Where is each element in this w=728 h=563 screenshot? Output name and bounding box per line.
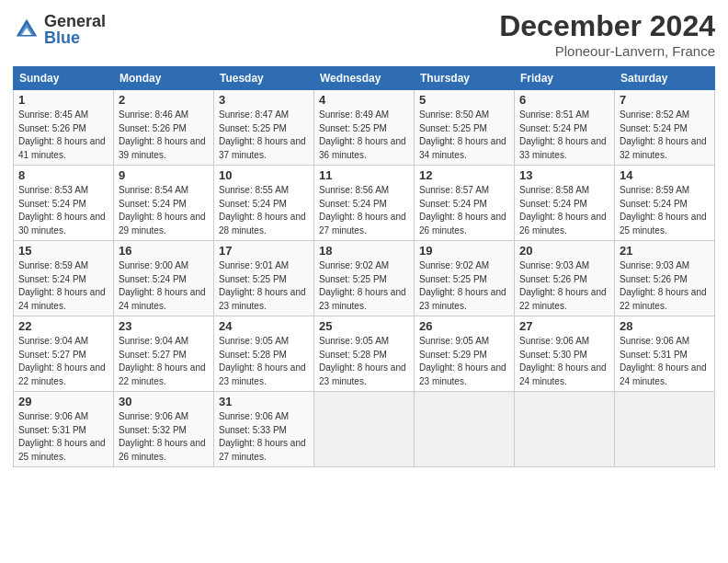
logo-blue-text: Blue [44,29,106,46]
day-number: 6 [519,93,609,107]
table-row: 24 Sunrise: 9:05 AMSunset: 5:28 PMDaylig… [214,316,314,392]
table-row [415,392,515,467]
day-number: 7 [620,93,710,107]
day-detail: Sunrise: 8:45 AMSunset: 5:26 PMDaylight:… [18,109,106,160]
day-detail: Sunrise: 8:50 AMSunset: 5:25 PMDaylight:… [419,109,506,160]
day-number: 23 [119,319,209,333]
table-row: 1 Sunrise: 8:45 AMSunset: 5:26 PMDayligh… [14,90,114,166]
day-detail: Sunrise: 9:02 AMSunset: 5:25 PMDaylight:… [319,260,406,311]
table-row: 28 Sunrise: 9:06 AMSunset: 5:31 PMDaylig… [615,316,715,392]
table-row: 4 Sunrise: 8:49 AMSunset: 5:25 PMDayligh… [314,90,415,166]
day-number: 27 [519,319,609,333]
table-row: 10 Sunrise: 8:55 AMSunset: 5:24 PMDaylig… [214,166,314,241]
calendar-week-row: 22 Sunrise: 9:04 AMSunset: 5:27 PMDaylig… [14,316,715,392]
day-number: 1 [18,93,108,107]
day-number: 4 [319,93,409,107]
day-number: 10 [219,168,309,182]
day-number: 30 [119,395,209,408]
table-row [615,392,715,467]
day-number: 12 [419,168,509,182]
page-container: General Blue December 2024 Ploneour-Lanv… [0,0,728,563]
day-detail: Sunrise: 8:58 AMSunset: 5:24 PMDaylight:… [519,185,607,236]
day-detail: Sunrise: 9:02 AMSunset: 5:25 PMDaylight:… [419,260,506,311]
location: Ploneour-Lanvern, France [499,43,715,59]
day-detail: Sunrise: 8:55 AMSunset: 5:24 PMDaylight:… [219,185,306,236]
table-row [314,392,415,467]
day-detail: Sunrise: 9:05 AMSunset: 5:28 PMDaylight:… [319,336,406,386]
day-number: 24 [219,319,309,333]
table-row: 27 Sunrise: 9:06 AMSunset: 5:30 PMDaylig… [515,316,615,392]
table-row: 12 Sunrise: 8:57 AMSunset: 5:24 PMDaylig… [415,166,515,241]
calendar-week-row: 8 Sunrise: 8:53 AMSunset: 5:24 PMDayligh… [14,166,715,241]
table-row: 7 Sunrise: 8:52 AMSunset: 5:24 PMDayligh… [615,90,715,166]
table-row: 14 Sunrise: 8:59 AMSunset: 5:24 PMDaylig… [615,166,715,241]
day-detail: Sunrise: 9:05 AMSunset: 5:28 PMDaylight:… [219,336,306,386]
table-row: 20 Sunrise: 9:03 AMSunset: 5:26 PMDaylig… [515,241,615,316]
logo: General Blue [13,13,106,46]
table-row: 13 Sunrise: 8:58 AMSunset: 5:24 PMDaylig… [515,166,615,241]
table-row: 31 Sunrise: 9:06 AMSunset: 5:33 PMDaylig… [214,392,314,467]
day-detail: Sunrise: 8:54 AMSunset: 5:24 PMDaylight:… [119,185,206,236]
day-number: 20 [519,244,609,258]
col-wednesday: Wednesday [314,67,415,90]
table-row: 29 Sunrise: 9:06 AMSunset: 5:31 PMDaylig… [14,392,114,467]
table-row: 5 Sunrise: 8:50 AMSunset: 5:25 PMDayligh… [415,90,515,166]
day-detail: Sunrise: 9:04 AMSunset: 5:27 PMDaylight:… [18,336,106,386]
table-row: 19 Sunrise: 9:02 AMSunset: 5:25 PMDaylig… [415,241,515,316]
day-detail: Sunrise: 9:03 AMSunset: 5:26 PMDaylight:… [519,260,607,311]
col-saturday: Saturday [615,67,715,90]
table-row: 8 Sunrise: 8:53 AMSunset: 5:24 PMDayligh… [14,166,114,241]
day-detail: Sunrise: 8:47 AMSunset: 5:25 PMDaylight:… [219,109,306,160]
table-row: 15 Sunrise: 8:59 AMSunset: 5:24 PMDaylig… [14,241,114,316]
day-detail: Sunrise: 8:46 AMSunset: 5:26 PMDaylight:… [119,109,206,160]
table-row: 22 Sunrise: 9:04 AMSunset: 5:27 PMDaylig… [14,316,114,392]
table-row: 11 Sunrise: 8:56 AMSunset: 5:24 PMDaylig… [314,166,415,241]
day-detail: Sunrise: 8:56 AMSunset: 5:24 PMDaylight:… [319,185,406,236]
month-title: December 2024 [499,9,715,43]
table-row: 26 Sunrise: 9:05 AMSunset: 5:29 PMDaylig… [415,316,515,392]
table-row: 23 Sunrise: 9:04 AMSunset: 5:27 PMDaylig… [114,316,214,392]
day-number: 19 [419,244,509,258]
table-row: 9 Sunrise: 8:54 AMSunset: 5:24 PMDayligh… [114,166,214,241]
calendar-table: Sunday Monday Tuesday Wednesday Thursday… [13,66,715,467]
day-detail: Sunrise: 8:59 AMSunset: 5:24 PMDaylight:… [620,185,707,236]
table-row: 6 Sunrise: 8:51 AMSunset: 5:24 PMDayligh… [515,90,615,166]
table-row: 25 Sunrise: 9:05 AMSunset: 5:28 PMDaylig… [314,316,415,392]
day-number: 28 [620,319,710,333]
header: General Blue December 2024 Ploneour-Lanv… [13,9,715,59]
col-tuesday: Tuesday [214,67,314,90]
day-detail: Sunrise: 9:06 AMSunset: 5:32 PMDaylight:… [119,411,206,462]
day-number: 21 [620,244,710,258]
table-row: 17 Sunrise: 9:01 AMSunset: 5:25 PMDaylig… [214,241,314,316]
day-detail: Sunrise: 9:06 AMSunset: 5:31 PMDaylight:… [18,411,106,462]
table-row: 16 Sunrise: 9:00 AMSunset: 5:24 PMDaylig… [114,241,214,316]
col-friday: Friday [515,67,615,90]
title-section: December 2024 Ploneour-Lanvern, France [499,9,715,59]
day-number: 31 [219,395,309,408]
calendar-header-row: Sunday Monday Tuesday Wednesday Thursday… [14,67,715,90]
day-detail: Sunrise: 9:04 AMSunset: 5:27 PMDaylight:… [119,336,206,386]
logo-icon [13,16,40,43]
day-number: 17 [219,244,309,258]
table-row: 30 Sunrise: 9:06 AMSunset: 5:32 PMDaylig… [114,392,214,467]
day-number: 3 [219,93,309,107]
day-detail: Sunrise: 8:49 AMSunset: 5:25 PMDaylight:… [319,109,406,160]
logo-general-text: General [44,13,106,29]
day-detail: Sunrise: 9:06 AMSunset: 5:33 PMDaylight:… [219,411,306,462]
day-number: 11 [319,168,409,182]
day-detail: Sunrise: 9:00 AMSunset: 5:24 PMDaylight:… [119,260,206,311]
table-row: 18 Sunrise: 9:02 AMSunset: 5:25 PMDaylig… [314,241,415,316]
day-detail: Sunrise: 9:01 AMSunset: 5:25 PMDaylight:… [219,260,306,311]
day-detail: Sunrise: 8:59 AMSunset: 5:24 PMDaylight:… [18,260,106,311]
day-number: 29 [18,395,108,408]
day-detail: Sunrise: 9:03 AMSunset: 5:26 PMDaylight:… [620,260,707,311]
calendar-week-row: 15 Sunrise: 8:59 AMSunset: 5:24 PMDaylig… [14,241,715,316]
table-row: 21 Sunrise: 9:03 AMSunset: 5:26 PMDaylig… [615,241,715,316]
day-detail: Sunrise: 8:51 AMSunset: 5:24 PMDaylight:… [519,109,607,160]
table-row: 2 Sunrise: 8:46 AMSunset: 5:26 PMDayligh… [114,90,214,166]
calendar-week-row: 29 Sunrise: 9:06 AMSunset: 5:31 PMDaylig… [14,392,715,467]
day-detail: Sunrise: 9:06 AMSunset: 5:30 PMDaylight:… [519,336,607,386]
day-detail: Sunrise: 9:06 AMSunset: 5:31 PMDaylight:… [620,336,707,386]
day-detail: Sunrise: 9:05 AMSunset: 5:29 PMDaylight:… [419,336,506,386]
day-number: 2 [119,93,209,107]
